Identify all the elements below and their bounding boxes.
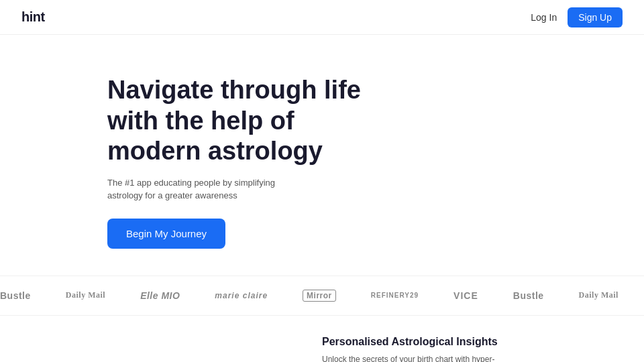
logos-track: BustleDaily MailElle MIOmarie claireMirr… — [0, 290, 644, 302]
login-button[interactable]: Log In — [531, 12, 557, 23]
logo-item: Daily Mail — [579, 290, 619, 300]
begin-journey-button[interactable]: Begin My Journey — [107, 219, 225, 249]
feature-1-text: Unlock the secrets of your birth chart w… — [322, 353, 537, 362]
logo-item: Bustle — [513, 290, 544, 301]
logo-item: Bustle — [0, 290, 31, 301]
logo-item: VICE — [453, 290, 478, 301]
logo-item: Elle MIO — [140, 290, 180, 301]
nav-actions: Log In Sign Up — [531, 7, 623, 27]
logo-item: Mirror — [303, 290, 336, 302]
navbar: hint Log In Sign Up — [0, 0, 644, 35]
logo-item: REFINERY29 — [371, 292, 419, 299]
signup-button[interactable]: Sign Up — [568, 7, 623, 27]
logo: hint — [21, 9, 45, 25]
hero-subtitle: The #1 app educating people by simplifyi… — [107, 176, 309, 202]
logo-item: marie claire — [215, 291, 268, 300]
logo-item: Daily Mail — [66, 290, 105, 300]
hero-title: Navigate through life with the help of m… — [107, 75, 362, 167]
bottom-content: Personalised Astrological Insights Unloc… — [0, 316, 644, 362]
feature-1-title: Personalised Astrological Insights — [322, 336, 537, 348]
hero-section: Navigate through life with the help of m… — [0, 35, 644, 276]
logos-section: BustleDaily MailElle MIOmarie claireMirr… — [0, 276, 644, 316]
